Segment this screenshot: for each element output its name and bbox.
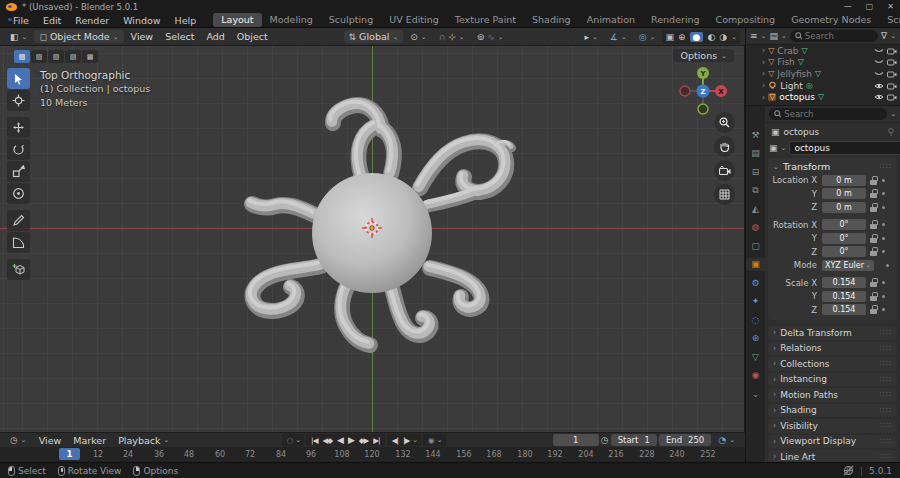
shading-wireframe-button[interactable]: ⊕ — [678, 32, 686, 42]
shading-rendered-button[interactable]: ◑ — [719, 32, 727, 42]
shading-dropdown[interactable]: ⌄ — [731, 33, 737, 41]
panel-visibility[interactable]: ›Visibility∷∷ — [768, 419, 897, 433]
rotation-x-field[interactable]: 0° — [822, 219, 866, 230]
lock-icon[interactable] — [870, 247, 878, 256]
scale-tool[interactable] — [7, 161, 30, 182]
gizmos-dropdown[interactable]: ∡⌄ — [605, 31, 632, 43]
tab-collection[interactable]: ▢ — [746, 239, 765, 252]
panel-relations[interactable]: ›Relations∷∷ — [768, 342, 897, 356]
timeline-menu-playback[interactable]: Playback⌄ — [113, 434, 174, 447]
animate-dot[interactable] — [882, 281, 885, 284]
options-dropdown[interactable]: Options⌄ — [673, 49, 734, 62]
menu-view[interactable]: View — [126, 30, 159, 43]
tab-sculpting[interactable]: Sculpting — [321, 13, 381, 27]
render-camera-icon[interactable] — [887, 70, 897, 78]
hide-eye-closed-icon[interactable] — [874, 70, 884, 78]
pin-id-icon[interactable]: ⚲ — [887, 127, 894, 137]
hide-eye-open-icon[interactable] — [874, 93, 884, 101]
close-button[interactable]: ✕ — [887, 2, 894, 11]
tab-render[interactable]: ▤ — [746, 147, 765, 160]
tab-shading[interactable]: Shading — [524, 13, 579, 27]
select-intersect-button[interactable]: ▩ — [82, 50, 98, 63]
playback-sync-dropdown[interactable]: ◔⌄ — [713, 434, 740, 446]
rotation-y-field[interactable]: 0° — [822, 233, 866, 244]
editor-type-button[interactable]: ◧⌄ — [5, 31, 32, 43]
hide-eye-closed-icon[interactable] — [874, 47, 884, 55]
step-forward-button[interactable]: |▶ — [401, 436, 411, 445]
properties-options-dropdown[interactable]: ⌄ — [890, 110, 896, 118]
tab-particles[interactable]: ✦ — [746, 295, 765, 308]
tab-view-layer[interactable]: ⧉ — [746, 184, 765, 197]
proportional-editing-toggle[interactable]: ⊚∿⌄ — [472, 31, 509, 43]
tab-tool[interactable]: ⚒ — [746, 128, 765, 141]
outliner-search[interactable] — [790, 30, 878, 42]
transform-panel-header[interactable]: ⌄ Transform ∷∷ — [768, 160, 897, 173]
outliner-item-light[interactable]: › Light ◎ — [746, 80, 900, 92]
lock-icon[interactable] — [870, 234, 878, 243]
scale-x-field[interactable]: 0.154 — [822, 277, 866, 288]
select-subtract-button[interactable]: ▨ — [65, 50, 81, 63]
toggle-orthographic-button[interactable] — [714, 184, 735, 205]
rotate-tool[interactable] — [7, 139, 30, 160]
hide-eye-open-icon[interactable] — [874, 82, 884, 90]
animate-dot[interactable] — [882, 192, 885, 195]
prev-keyframe-button[interactable]: ◀◆ — [320, 436, 334, 445]
annotate-tool[interactable] — [7, 210, 30, 231]
current-frame-indicator[interactable]: 1 — [59, 448, 80, 460]
pivot-dropdown[interactable]: ⊙⌄ — [405, 31, 431, 43]
tab-scene[interactable]: ◭ — [746, 202, 765, 215]
select-box-tool[interactable] — [7, 68, 30, 89]
play-reverse-button[interactable]: ◀ — [335, 435, 345, 445]
tab-geometry-nodes[interactable]: Geometry Nodes — [783, 13, 879, 27]
menu-select[interactable]: Select — [160, 30, 199, 43]
maximize-button[interactable]: ▢ — [866, 2, 874, 11]
jump-to-start-button[interactable]: |◀ — [309, 436, 319, 445]
animate-dot[interactable] — [882, 308, 885, 311]
menu-edit[interactable]: Edit — [36, 15, 68, 26]
tab-physics[interactable]: ◌ — [746, 313, 765, 326]
outliner-item-fish[interactable]: › ▽ Fish ▽ — [746, 57, 900, 69]
lock-icon[interactable] — [870, 189, 878, 198]
gizmo-neg-y-axis[interactable] — [698, 104, 708, 114]
tab-modifiers[interactable]: ⚙ — [746, 276, 765, 289]
select-new-button[interactable]: ▧ — [31, 50, 47, 63]
snap-toggle[interactable]: ∩⊹⌄ — [434, 31, 470, 43]
outliner-item-octopus[interactable]: › ▽ octopus ▽ — [746, 91, 900, 103]
tab-uv-editing[interactable]: UV Editing — [381, 13, 447, 27]
minimize-button[interactable]: — — [844, 2, 852, 11]
panel-delta-transform[interactable]: ›Delta Transform∷∷ — [768, 326, 897, 340]
filter-funnel-icon[interactable]: ∇ — [881, 31, 887, 41]
zoom-button[interactable] — [714, 112, 735, 133]
tab-texture-paint[interactable]: Texture Paint — [447, 13, 524, 27]
tab-modeling[interactable]: Modeling — [262, 13, 321, 27]
tab-world[interactable]: ◍ — [746, 221, 765, 234]
shading-solid-button[interactable]: ● — [690, 32, 704, 42]
frame-start-field[interactable]: Start 1 — [611, 434, 657, 446]
measure-tool[interactable] — [7, 232, 30, 253]
scale-y-field[interactable]: 0.154 — [822, 291, 866, 302]
jump-to-end-button[interactable]: ▶| — [371, 436, 381, 445]
timeline-editor-type-button[interactable]: ◷⌄ — [5, 434, 32, 446]
menu-window[interactable]: Window — [116, 15, 167, 26]
3d-viewport[interactable]: ▧ ▧ ▧ ▨ ▩ Top Orthographic (1) Collectio… — [0, 46, 745, 432]
tab-constraints[interactable]: ⊛ — [746, 332, 765, 345]
lock-icon[interactable] — [870, 278, 878, 287]
animate-dot[interactable] — [882, 179, 885, 182]
outliner-item-jellyfish[interactable]: › ▽ Jellyfish ▽ — [746, 68, 900, 80]
octopus-body[interactable] — [312, 173, 432, 293]
tab-animation[interactable]: Animation — [579, 13, 643, 27]
select-extend-button[interactable]: ▧ — [48, 50, 64, 63]
tab-material[interactable]: ◉ — [746, 369, 765, 382]
outliner-search-input[interactable] — [805, 31, 873, 41]
expand-icon[interactable]: › — [762, 69, 765, 78]
tab-scripting[interactable]: Scripting — [879, 13, 900, 27]
tab-compositing[interactable]: Compositing — [708, 13, 784, 27]
render-camera-icon[interactable] — [887, 82, 897, 90]
location-x-field[interactable]: 0 m — [822, 175, 866, 186]
lock-icon[interactable] — [870, 220, 878, 229]
camera-view-button[interactable] — [714, 160, 735, 181]
orientation-dropdown[interactable]: ⇅Global⌄ — [344, 30, 404, 43]
keying-set-icon[interactable]: ○ — [285, 436, 295, 445]
panel-line-art[interactable]: ›Line Art∷∷ — [768, 450, 897, 462]
menu-add[interactable]: Add — [201, 30, 229, 43]
